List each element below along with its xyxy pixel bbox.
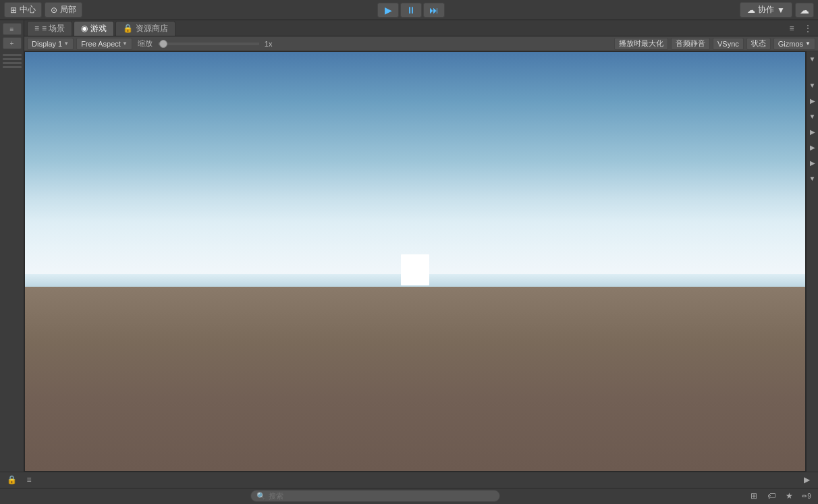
right-panel-btn-4[interactable]: ▶ (809, 127, 817, 137)
play-bottom-btn[interactable]: ▶ (799, 473, 814, 486)
bottom-label-btn[interactable]: 🏷 (764, 489, 779, 503)
game-icon: ◉ (81, 24, 88, 33)
aspect-select[interactable]: Free Aspect ▼ (76, 38, 132, 50)
local-label: 局部 (60, 4, 76, 16)
local-icon: ⊙ (51, 5, 57, 15)
filter-count: 9 (807, 493, 811, 500)
right-panel-btn-1[interactable]: ▼ (808, 80, 817, 90)
maximize-label: 播放时最大化 (619, 38, 663, 49)
tab-more-btn[interactable]: ≡ (784, 22, 799, 35)
mute-label: 音频静音 (676, 38, 705, 49)
tab-game[interactable]: ◉ 游戏 (74, 21, 114, 36)
play-button[interactable]: ▶ (377, 3, 399, 18)
collab-button[interactable]: ☁ 协作 ▼ (740, 2, 792, 18)
mute-btn[interactable]: 音频静音 (671, 38, 710, 50)
options-icon: ⋮ (804, 24, 812, 33)
ground-background (25, 287, 805, 471)
tab-scene[interactable]: ≡ ≡ 场景 (27, 21, 72, 36)
play-bottom-icon: ▶ (804, 475, 810, 484)
stats-label: 状态 (751, 38, 766, 49)
center-panel: ≡ ≡ 场景 ◉ 游戏 🔒 资源商店 ≡ (24, 20, 818, 472)
hierarchy-item-bar (3, 54, 22, 56)
pause-button[interactable]: ⏸ (400, 3, 422, 18)
filter-icon: ✏ (802, 493, 807, 500)
bottom-bar: 🔒 ≡ ▶ 🔍 ⊞ 🏷 (0, 472, 818, 504)
tab-bar-left: ≡ ≡ 场景 ◉ 游戏 🔒 资源商店 (27, 21, 784, 36)
tab-bar-right: ≡ ⋮ (784, 22, 815, 35)
hierarchy-item-bar (3, 58, 22, 60)
scale-slider[interactable] (158, 43, 259, 45)
bottom-filter-btn[interactable]: ✏ 9 (799, 489, 814, 503)
content-area: ≡ + ≡ ≡ 场景 ◉ 游戏 (0, 20, 818, 472)
local-btn[interactable]: ⊙ 局部 (45, 2, 82, 18)
collab-label: 协作 (758, 4, 774, 16)
collab-arrow-icon: ▼ (777, 5, 785, 15)
scene-icon: ≡ (34, 24, 39, 33)
star-icon: ★ (786, 491, 793, 501)
maximize-btn[interactable]: 播放时最大化 (614, 38, 668, 50)
viewport-area: ▼ ▼ ▶ ▼ ▶ ▶ ▶ ▼ (24, 51, 818, 472)
app-wrapper: ⊞ 中心 ⊙ 局部 ▶ ⏸ ⏭ ☁ 协作 ▼ ☁ (0, 0, 818, 504)
center-icon: ⊞ (10, 5, 17, 15)
display-label: Display 1 (32, 40, 62, 48)
right-panel-collapse-btn[interactable]: ▼ (808, 54, 817, 64)
vsync-label: VSync (717, 40, 739, 48)
scale-label: 缩放 (135, 38, 155, 49)
gizmos-label: Gizmos (778, 40, 803, 48)
search-box[interactable]: 🔍 (250, 490, 500, 502)
hierarchy-item-bar (3, 66, 22, 68)
bottom-bar-bottom: 🔍 ⊞ 🏷 ★ ✏ 9 (0, 488, 818, 504)
center-btn[interactable]: ⊞ 中心 (4, 2, 42, 18)
hierarchy-add-btn[interactable]: + (3, 37, 22, 49)
scale-value: 1x (262, 40, 275, 48)
right-panel: ▼ ▼ ▶ ▼ ▶ ▶ ▶ ▼ (806, 51, 818, 472)
top-bar-right: ☁ 协作 ▼ ☁ (740, 2, 814, 18)
stats-btn[interactable]: 状态 (746, 38, 771, 50)
gizmos-btn[interactable]: Gizmos ▼ (773, 38, 815, 50)
bottom-tag-btn[interactable]: ⊞ (746, 489, 761, 503)
center-label: 中心 (20, 4, 36, 16)
cloud-button[interactable]: ☁ (795, 3, 814, 18)
search-icon: 🔍 (256, 492, 266, 501)
display-arrow-icon: ▼ (63, 40, 69, 47)
pause-icon: ⏸ (406, 5, 416, 16)
tab-bar: ≡ ≡ 场景 ◉ 游戏 🔒 资源商店 ≡ (24, 20, 818, 36)
add-icon: + (10, 40, 14, 47)
bottom-options-btn[interactable]: ≡ (22, 473, 36, 486)
bottom-fav-btn[interactable]: ★ (782, 489, 796, 503)
right-panel-btn-7[interactable]: ▼ (808, 173, 817, 184)
right-panel-btn-3[interactable]: ▼ (808, 111, 817, 121)
white-cube-object (401, 254, 429, 285)
step-button[interactable]: ⏭ (423, 3, 445, 18)
bottom-right-icons: ⊞ 🏷 ★ ✏ 9 (746, 489, 814, 503)
top-bar: ⊞ 中心 ⊙ 局部 ▶ ⏸ ⏭ ☁ 协作 ▼ ☁ (0, 0, 818, 20)
bottom-bar-top: 🔒 ≡ ▶ (0, 472, 818, 488)
cloud-icon: ☁ (800, 5, 809, 16)
toolbar-row: Display 1 ▼ Free Aspect ▼ 缩放 1x 播放时最大化 (24, 36, 818, 51)
hierarchy-menu-btn[interactable]: ≡ (3, 23, 22, 35)
play-controls: ▶ ⏸ ⏭ (85, 3, 737, 18)
tab-scene-label: ≡ 场景 (42, 23, 65, 34)
aspect-label: Free Aspect (81, 40, 121, 48)
bottom-lock-btn[interactable]: 🔒 (4, 473, 19, 486)
lock-icon: 🔒 (123, 24, 133, 33)
search-input[interactable] (269, 492, 494, 500)
options-bottom-icon: ≡ (26, 475, 31, 484)
step-icon: ⏭ (429, 5, 439, 16)
more-icon: ≡ (789, 24, 794, 33)
tab-asset-store[interactable]: 🔒 资源商店 (115, 21, 175, 36)
tab-game-label: 游戏 (90, 23, 107, 34)
label-icon: 🏷 (767, 491, 775, 501)
right-panel-btn-6[interactable]: ▶ (809, 158, 817, 168)
aspect-arrow-icon: ▼ (122, 40, 128, 47)
right-panel-btn-5[interactable]: ▶ (809, 142, 817, 152)
display-select[interactable]: Display 1 ▼ (27, 38, 74, 50)
vsync-btn[interactable]: VSync (713, 38, 744, 50)
tab-asset-label: 资源商店 (136, 23, 168, 34)
menu-icon: ≡ (10, 26, 14, 33)
right-panel-btn-2[interactable]: ▶ (809, 96, 817, 106)
hierarchy-item-bar (3, 62, 22, 64)
lock-bottom-icon: 🔒 (7, 475, 17, 484)
collab-icon: ☁ (747, 5, 755, 15)
tab-options-btn[interactable]: ⋮ (800, 22, 815, 35)
